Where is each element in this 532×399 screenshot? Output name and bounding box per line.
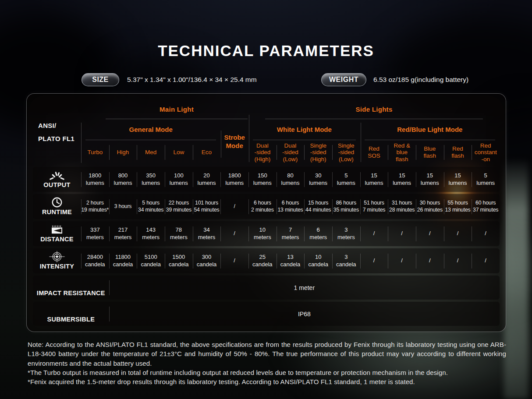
column-header: Red flash bbox=[444, 140, 472, 165]
value-cell: 6 hours 2 minutes bbox=[248, 194, 277, 219]
value-cell: 143 meters bbox=[137, 221, 165, 246]
value-cell: 217 meters bbox=[109, 221, 137, 246]
range-flag-icon bbox=[50, 225, 64, 235]
clock-icon bbox=[51, 198, 63, 208]
strobe-mode-header: Strobe Mode bbox=[220, 119, 248, 165]
row-label: IMPACT RESISTANCE bbox=[37, 290, 105, 297]
value-cell: 15 lumens bbox=[360, 167, 388, 192]
column-header: Red SOS bbox=[360, 140, 388, 165]
value-cell: 2 hours 19 minutes* bbox=[81, 194, 109, 219]
value-cell: / bbox=[360, 221, 388, 246]
value-cell: 10 candela bbox=[304, 248, 332, 273]
value-cell: 30 lumens bbox=[304, 167, 332, 192]
value-cell: 1500 candela bbox=[165, 248, 193, 273]
column-header: Dual -sided (High) bbox=[248, 140, 277, 165]
column-header: Single -sided (High) bbox=[304, 140, 332, 165]
column-header: Dual -sided (Low) bbox=[277, 140, 305, 165]
column-header: High bbox=[109, 140, 137, 165]
white-light-mode-header: White Light Mode bbox=[253, 119, 356, 140]
column-header: Red constant -on bbox=[472, 140, 500, 165]
redblue-light-mode-header: Red/Blue Light Mode bbox=[365, 119, 495, 140]
impact-resistance-value: 1 meter bbox=[109, 275, 500, 300]
value-cell: 86 hours 35 minutes bbox=[332, 194, 360, 219]
value-cell: 51 hours 7 minutes bbox=[360, 194, 388, 219]
value-cell: / bbox=[360, 248, 388, 273]
distance-label-cell: DISTANCE bbox=[33, 221, 81, 246]
value-cell: 3 candela bbox=[332, 248, 360, 273]
value-cell: 55 hours 13 minutes bbox=[444, 194, 472, 219]
value-cell: 5 lumens bbox=[472, 167, 500, 192]
header-divider bbox=[221, 131, 221, 158]
value-cell: 350 lumens bbox=[137, 167, 165, 192]
target-icon bbox=[49, 252, 65, 262]
value-cell: 20 lumens bbox=[193, 167, 221, 192]
row-label: SUBMERSIBLE bbox=[47, 316, 95, 323]
intensity-label-cell: INTENSITY bbox=[33, 248, 81, 273]
value-cell: 1800 lumens bbox=[220, 167, 248, 192]
row-label: DISTANCE bbox=[40, 236, 73, 243]
standard-line1: ANSI/ bbox=[38, 119, 81, 132]
main-light-group-header: Main Light bbox=[106, 100, 248, 119]
value-cell: / bbox=[472, 248, 500, 273]
row-label: OUTPUT bbox=[43, 181, 70, 188]
value-cell: / bbox=[220, 221, 248, 246]
value-cell: / bbox=[416, 248, 444, 273]
footnotes: Note: According to the ANSI/PLATO FL1 st… bbox=[28, 340, 506, 386]
column-header: Low bbox=[165, 140, 193, 165]
value-cell: 15 lumens bbox=[388, 167, 416, 192]
value-cell: / bbox=[444, 221, 472, 246]
value-cell: 100 lumens bbox=[165, 167, 193, 192]
size-badge: SIZE bbox=[82, 73, 119, 86]
value-cell: 60 hours 37 minutes bbox=[472, 194, 500, 219]
value-cell: 28400 candela bbox=[81, 248, 109, 273]
note-turbo: *The Turbo output is measured in total o… bbox=[28, 368, 506, 377]
runtime-label-cell: RUNTIME bbox=[33, 194, 81, 219]
row-intensity: INTENSITY28400 candela11800 candela5100 … bbox=[33, 248, 500, 273]
value-cell: 15 lumens bbox=[416, 167, 444, 192]
impact-resistance-label-cell: IMPACT RESISTANCE bbox=[33, 275, 109, 300]
value-cell: 150 lumens bbox=[248, 167, 277, 192]
value-cell: 10 meters bbox=[248, 221, 277, 246]
value-cell: 300 candela bbox=[193, 248, 221, 273]
value-cell: 80 lumens bbox=[277, 167, 305, 192]
value-cell: 25 candela bbox=[248, 248, 277, 273]
submersible-value: IP68 bbox=[109, 302, 500, 326]
row-output: OUTPUT1800 lumens800 lumens350 lumens100… bbox=[33, 167, 500, 192]
value-cell: 15 lumens bbox=[444, 167, 472, 192]
value-cell: 101 hours 54 minutes bbox=[193, 194, 221, 219]
note-drop: *Fenix acquired the 1.5-meter drop resul… bbox=[28, 377, 506, 386]
value-cell: 31 hours 28 minutes bbox=[388, 194, 416, 219]
row-submersible: SUBMERSIBLE IP68 bbox=[33, 302, 500, 326]
row-label: INTENSITY bbox=[40, 263, 74, 270]
value-cell: / bbox=[416, 221, 444, 246]
column-header: Single -sided (Low) bbox=[332, 140, 360, 165]
value-cell: 6 hours 13 minutes bbox=[277, 194, 305, 219]
row-impact-resistance: IMPACT RESISTANCE 1 meter bbox=[33, 275, 500, 300]
value-cell: / bbox=[444, 248, 472, 273]
column-header: Blue flash bbox=[416, 140, 444, 165]
value-cell: / bbox=[388, 221, 416, 246]
side-lights-group-header: Side Lights bbox=[265, 100, 483, 119]
value-cell: 22 hours 39 minutes bbox=[165, 194, 193, 219]
size-value: 5.37" x 1.34" x 1.00"/136.4 × 34 × 25.4 … bbox=[127, 76, 257, 84]
value-cell: 5 hours 34 minutes bbox=[137, 194, 165, 219]
general-mode-header: General Mode bbox=[85, 119, 216, 140]
row-distance: DISTANCE337 meters217 meters143 meters78… bbox=[33, 221, 500, 246]
value-cell: / bbox=[472, 221, 500, 246]
table-header: ANSI/ PLATO FL1 Main Light Side Lights G… bbox=[33, 100, 500, 165]
spec-rows: OUTPUT1800 lumens800 lumens350 lumens100… bbox=[33, 167, 500, 326]
background-photo: TECHNICAL PARAMETERS SIZE 5.37" x 1.34" … bbox=[0, 0, 532, 399]
standard-label: ANSI/ PLATO FL1 bbox=[33, 100, 81, 165]
burst-icon bbox=[49, 170, 65, 181]
value-cell: / bbox=[220, 248, 248, 273]
value-cell: 78 meters bbox=[165, 221, 193, 246]
standard-line2: PLATO FL1 bbox=[38, 132, 81, 145]
output-label-cell: OUTPUT bbox=[33, 167, 81, 192]
value-cell: 800 lumens bbox=[109, 167, 137, 192]
column-header: Red & blue flash bbox=[388, 140, 416, 165]
value-cell: / bbox=[220, 194, 248, 219]
value-cell: 6 meters bbox=[304, 221, 332, 246]
weight-value: 6.53 oz/185 g(including battery) bbox=[373, 76, 468, 84]
column-header: Med bbox=[137, 140, 165, 165]
value-cell: 337 meters bbox=[81, 221, 109, 246]
